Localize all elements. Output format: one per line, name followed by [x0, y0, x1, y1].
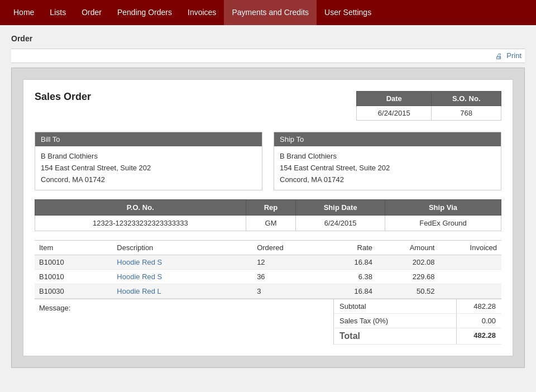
page-content: Order 🖨 Print Sales Order Date S.O. No. [0, 25, 536, 377]
item-cell: B10010 [35, 270, 112, 284]
total-value: 482.28 [457, 328, 501, 344]
ordered-cell: 12 [252, 255, 314, 270]
sales-tax-row: Sales Tax (0%) 0.00 [334, 314, 501, 328]
ship-to-line2: 154 East Central Street, Suite 202 [280, 162, 495, 174]
so-no-header: S.O. No. [432, 92, 501, 106]
ship-via-header: Ship Via [385, 200, 501, 216]
total-row: Total 482.28 [334, 328, 501, 345]
rate-cell: 16.84 [315, 284, 377, 299]
ship-to-line1: B Brand Clothiers [280, 151, 495, 162]
nav-order[interactable]: Order [74, 0, 109, 25]
ship-date-header: Ship Date [296, 200, 385, 216]
table-row: B10030 Hoodie Red L 3 16.84 50.52 [35, 284, 501, 299]
po-no-value: 12323-123233232323333333 [35, 216, 246, 231]
invoiced-cell [439, 255, 501, 270]
amount-cell: 229.68 [377, 270, 439, 284]
ship-date-value: 6/24/2015 [296, 216, 385, 231]
subtotal-row: Subtotal 482.28 [334, 299, 501, 314]
invoiced-cell [439, 270, 501, 284]
amount-cell: 50.52 [377, 284, 439, 299]
message-area: Message: [35, 299, 334, 345]
ordered-cell: 36 [252, 270, 314, 284]
print-button[interactable]: 🖨 Print [495, 51, 521, 60]
date-header: Date [357, 92, 432, 106]
description-cell: Hoodie Red S [112, 270, 252, 284]
so-no-value: 768 [432, 106, 501, 121]
address-row: Bill To B Brand Clothiers 154 East Centr… [35, 132, 501, 190]
bill-to-line1: B Brand Clothiers [41, 151, 256, 162]
invoiced-col-header: Invoiced [439, 241, 501, 255]
rate-col-header: Rate [315, 241, 377, 255]
ship-via-value: FedEx Ground [385, 216, 501, 231]
subtotal-value: 482.28 [457, 299, 501, 313]
rep-value: GM [246, 216, 296, 231]
nav-payments-credits[interactable]: Payments and Credits [224, 0, 317, 25]
description-cell: Hoodie Red S [112, 255, 252, 270]
print-icon: 🖨 [495, 52, 502, 60]
sales-tax-label: Sales Tax (0%) [334, 314, 457, 328]
table-row: B10010 Hoodie Red S 12 16.84 202.08 [35, 255, 501, 270]
bill-to-box: Bill To B Brand Clothiers 154 East Centr… [35, 132, 262, 190]
bottom-section: Message: Subtotal 482.28 Sales Tax (0%) … [35, 299, 501, 345]
nav-invoices[interactable]: Invoices [180, 0, 224, 25]
ship-to-box: Ship To B Brand Clothiers 154 East Centr… [274, 132, 501, 190]
so-header: Sales Order Date S.O. No. 6/24/2015 768 [35, 91, 501, 121]
nav-pending-orders[interactable]: Pending Orders [109, 0, 180, 25]
amount-cell: 202.08 [377, 255, 439, 270]
page-title: Order [11, 34, 525, 43]
info-table: P.O. No. Rep Ship Date Ship Via 12323-12… [35, 199, 501, 231]
item-cell: B10030 [35, 284, 112, 299]
item-cell: B10010 [35, 255, 112, 270]
po-no-header: P.O. No. [35, 200, 246, 216]
totals-area: Subtotal 482.28 Sales Tax (0%) 0.00 Tota… [334, 299, 501, 345]
bill-to-line2: 154 East Central Street, Suite 202 [41, 162, 256, 174]
rate-cell: 6.38 [315, 270, 377, 284]
invoiced-cell [439, 284, 501, 299]
date-value: 6/24/2015 [357, 106, 432, 121]
rep-header: Rep [246, 200, 296, 216]
description-cell: Hoodie Red L [112, 284, 252, 299]
nav-home[interactable]: Home [6, 0, 42, 25]
items-table: Item Description Ordered Rate Amount Inv… [35, 240, 501, 299]
table-row: B10010 Hoodie Red S 36 6.38 229.68 [35, 270, 501, 284]
bill-to-line3: Concord, MA 01742 [41, 174, 256, 186]
ship-to-body: B Brand Clothiers 154 East Central Stree… [274, 146, 501, 190]
so-title: Sales Order [35, 91, 91, 103]
subtotal-label: Subtotal [334, 299, 457, 313]
ship-to-header: Ship To [274, 132, 501, 146]
sales-tax-value: 0.00 [457, 314, 501, 328]
ordered-col-header: Ordered [252, 241, 314, 255]
bill-to-header: Bill To [35, 132, 262, 146]
print-bar: 🖨 Print [11, 49, 525, 63]
nav-lists[interactable]: Lists [42, 0, 74, 25]
amount-col-header: Amount [377, 241, 439, 255]
so-date-table: Date S.O. No. 6/24/2015 768 [356, 91, 501, 121]
message-label: Message: [39, 304, 70, 312]
bill-to-body: B Brand Clothiers 154 East Central Stree… [35, 146, 262, 190]
total-label: Total [334, 328, 457, 344]
ship-to-line3: Concord, MA 01742 [280, 174, 495, 186]
description-col-header: Description [112, 241, 252, 255]
ordered-cell: 3 [252, 284, 314, 299]
main-nav: Home Lists Order Pending Orders Invoices… [0, 0, 536, 25]
order-container: Sales Order Date S.O. No. 6/24/2015 768 [11, 68, 525, 368]
item-col-header: Item [35, 241, 112, 255]
nav-user-settings[interactable]: User Settings [317, 0, 379, 25]
sales-order-card: Sales Order Date S.O. No. 6/24/2015 768 [23, 79, 513, 356]
rate-cell: 16.84 [315, 255, 377, 270]
